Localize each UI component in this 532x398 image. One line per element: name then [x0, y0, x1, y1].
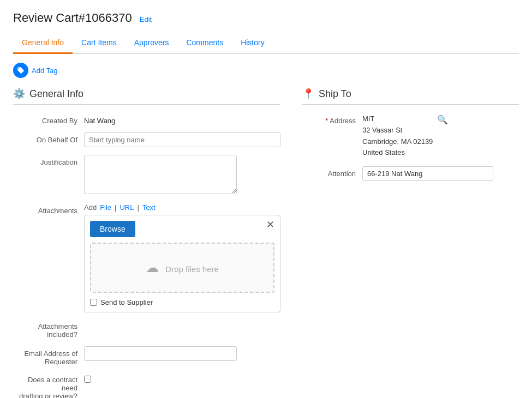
created-by-label: Created By	[13, 113, 84, 125]
drop-zone: ☁ Drop files here	[90, 243, 274, 293]
file-link[interactable]: File	[100, 203, 111, 212]
contract-checkbox[interactable]	[84, 376, 91, 383]
attachments-included-label: Attachments included?	[13, 320, 84, 339]
location-icon: 📍	[302, 88, 314, 100]
tab-comments[interactable]: Comments	[177, 33, 232, 54]
email-input[interactable]	[84, 346, 237, 361]
attachments-included-row: Attachments included?	[13, 320, 280, 339]
general-info-header: ⚙️ General Info	[13, 88, 280, 105]
address-line3: Cambridge, MA 02139	[362, 136, 433, 148]
text-link[interactable]: Text	[142, 203, 156, 212]
edit-link[interactable]: Edit	[140, 15, 152, 23]
add-tag-label: Add Tag	[32, 67, 57, 75]
general-info-title: General Info	[29, 88, 83, 100]
created-by-row: Created By Nat Wang	[13, 113, 280, 125]
file-upload-box: ✕ Browse ☁ Drop files here Send to Suppl…	[84, 215, 280, 312]
contract-row: Does a contract needdrafting or review?	[13, 373, 280, 398]
tab-approvers[interactable]: Approvers	[125, 33, 178, 54]
add-tag-row[interactable]: Add Tag	[13, 63, 519, 78]
browse-button[interactable]: Browse	[90, 221, 135, 237]
ship-to-header: 📍 Ship To	[302, 88, 519, 105]
attachments-row: Attachments Add File | URL | Text ✕ Brow…	[13, 203, 280, 312]
tab-general-info[interactable]: General Info	[13, 33, 73, 54]
attention-row: Attention	[302, 166, 519, 181]
on-behalf-label: On Behalf Of	[13, 132, 84, 144]
tab-cart-items[interactable]: Cart Items	[73, 33, 125, 54]
address-row: Address MIT 32 Vassar St Cambridge, MA 0…	[302, 113, 519, 159]
tab-history[interactable]: History	[232, 33, 273, 54]
gear-icon: ⚙️	[13, 88, 25, 100]
ship-to-section: 📍 Ship To Address MIT 32 Vassar St Cambr…	[302, 88, 519, 398]
email-row: Email Address ofRequester	[13, 346, 280, 366]
add-text: Add	[84, 203, 97, 212]
address-line4: United States	[362, 147, 433, 159]
url-link[interactable]: URL	[119, 203, 134, 212]
page-title: Review Cart#1066370 Edit	[13, 11, 519, 25]
close-upload-button[interactable]: ✕	[266, 220, 274, 230]
tag-icon	[13, 63, 28, 78]
general-info-section: ⚙️ General Info Created By Nat Wang On B…	[13, 88, 280, 398]
attachments-add-row: Add File | URL | Text	[84, 203, 280, 212]
on-behalf-row: On Behalf Of	[13, 132, 280, 147]
send-to-supplier-row: Send to Supplier	[90, 298, 274, 306]
email-label: Email Address ofRequester	[13, 346, 84, 366]
contract-label: Does a contract needdrafting or review?	[13, 373, 84, 398]
main-content: ⚙️ General Info Created By Nat Wang On B…	[13, 88, 519, 398]
send-to-supplier-label: Send to Supplier	[100, 298, 153, 306]
send-to-supplier-checkbox[interactable]	[90, 299, 97, 306]
attachments-label: Attachments	[13, 203, 84, 215]
justification-input[interactable]	[84, 155, 237, 194]
attention-input[interactable]	[362, 166, 493, 181]
address-block: MIT 32 Vassar St Cambridge, MA 02139 Uni…	[362, 113, 433, 159]
created-by-value: Nat Wang	[84, 113, 280, 125]
drop-files-label: Drop files here	[165, 264, 219, 274]
address-line1: MIT	[362, 113, 433, 125]
address-label: Address	[302, 113, 362, 125]
tab-bar: General Info Cart Items Approvers Commen…	[13, 33, 519, 54]
justification-row: Justification	[13, 155, 280, 196]
cloud-upload-icon: ☁	[146, 260, 159, 275]
ship-to-title: Ship To	[319, 88, 351, 100]
address-search-button[interactable]: 🔍	[437, 113, 448, 125]
address-line2: 32 Vassar St	[362, 125, 433, 136]
justification-label: Justification	[13, 155, 84, 166]
attention-label: Attention	[302, 166, 362, 178]
on-behalf-input[interactable]	[84, 132, 280, 147]
